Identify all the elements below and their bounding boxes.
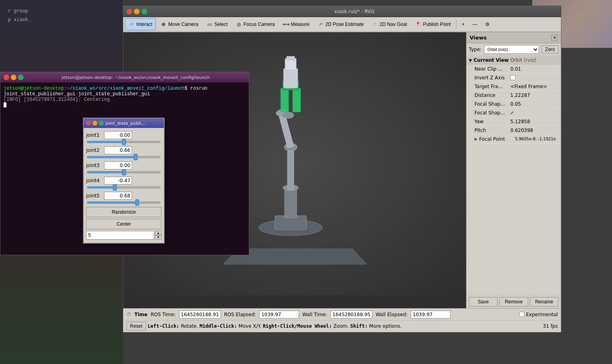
views-type-select[interactable]: Orbit (rviz) [484,45,539,54]
joint-dialog-maximize-button[interactable] [99,121,104,126]
joint-dialog-minimize-button[interactable] [92,121,97,126]
terminal-minimize-button[interactable] [11,75,16,80]
left-click-label: Left-Click: [148,323,179,329]
views-header: Views ✕ [466,32,561,43]
joint1-value[interactable]: 0.00 [104,131,132,139]
invert-z-checkbox[interactable] [510,75,516,80]
joint1-thumb[interactable] [122,139,126,145]
views-zero-button[interactable]: Zero [541,45,559,53]
joint4-slider[interactable] [87,186,161,189]
joint5-track [87,201,137,204]
wall-elapsed-label: Wall Elapsed: [376,312,407,317]
current-view-expand-icon: ▼ [469,58,472,63]
terminal-path: :~/xiaok_ws/src/xiaok_moveit_config/laun… [64,86,184,91]
nav-goal-icon: ↗ [372,21,378,28]
focus-camera-button[interactable]: ◎ Focus Camera [232,18,279,30]
ros-time-value: 1645280188.91 [179,311,221,319]
speed-spinbox[interactable] [86,231,154,240]
right-click-label: Right-Click/Mouse Wheel: [263,323,332,329]
joint3-thumb[interactable] [122,169,126,175]
joint3-label: joint3 [86,163,104,168]
terminal-prompt: jetson@jetson-desktop [4,86,64,91]
joint5-slider[interactable] [87,201,161,204]
pose-estimate-button[interactable]: ↗ 2D Pose Estimate [314,18,367,30]
terminal-maximize-button[interactable] [18,75,24,80]
plus-icon: + [462,22,464,27]
window-minimize-button[interactable] [134,9,140,14]
joint4-slider-wrap [86,186,161,189]
views-current-view-header[interactable]: ▼ Current View Orbit (rviz) [466,56,561,65]
focal-point-row: ▶ Focal Point 5.9605e-8; -1.1921e [466,135,561,144]
shift-label: Shift: [350,323,368,329]
joint-dialog-close-button[interactable] [86,121,91,126]
invert-z-label: Invert Z Axis [474,75,510,81]
interact-button[interactable]: ☞ Interact [125,18,156,30]
spinbox-down-button[interactable]: ▼ [155,235,161,240]
hint-text: Left-Click: Rotate. Middle-Click: Move X… [148,323,401,329]
toolbar-plus-button[interactable]: + [458,18,468,30]
svg-rect-9 [281,88,289,112]
joint5-label: joint5 [86,193,104,199]
experimental-checkbox[interactable] [519,312,524,317]
terminal-line-2: joint_state_publisher_gui joint_state_pu… [4,91,246,97]
views-save-button[interactable]: Save [469,297,498,307]
views-close-button[interactable]: ✕ [551,35,558,41]
reset-button[interactable]: Reset [126,322,146,331]
window-close-button[interactable] [126,9,132,14]
joint4-thumb[interactable] [113,184,117,191]
target-frame-value: <Fixed Frame> [510,84,547,89]
joint5-value[interactable]: 0.68 [104,192,132,200]
joint4-value[interactable]: -0.47 [104,177,132,185]
shift-action: More options. [369,323,402,329]
target-frame-label: Target Fra... [474,84,510,89]
joint3-value[interactable]: 0.00 [104,161,132,169]
window-maximize-button[interactable] [142,9,147,14]
joint2-thumb[interactable] [134,154,138,160]
joint-dialog-body: joint1 0.00 joint2 0.66 joint3 0.00 [84,128,164,243]
time-row: ⏱ Time ROS Time: 1645280188.91 ROS Elaps… [123,309,561,321]
publish-point-button[interactable]: 📍 Publish Point [411,18,455,30]
toolbar-settings-button[interactable]: ⚙ [482,18,493,30]
joint2-value[interactable]: 0.66 [104,146,132,154]
joint3-slider[interactable] [87,171,161,173]
experimental-toggle[interactable]: Experimental [519,312,558,317]
joint1-slider[interactable] [87,141,161,143]
svg-rect-14 [283,68,298,88]
spinbox-buttons: ▲ ▼ [155,231,161,240]
terminal-line-1: jetson@jetson-desktop:~/xiaok_ws/src/xia… [4,86,246,91]
nav-goal-button[interactable]: ↗ 2D Nav Goal [368,18,411,30]
current-view-label: Current View [474,57,509,63]
joint5-thumb[interactable] [135,199,139,206]
wall-time-value: 1645280188.95 [331,311,372,319]
move-camera-icon: ⊕ [160,21,167,28]
terminal-close-button[interactable] [4,75,9,80]
focal-shape-fixed-value: ✓ [510,110,514,116]
views-remove-button[interactable]: Remove [499,297,528,307]
joint2-slider-wrap [86,156,161,158]
distance-label: Distance [474,92,510,98]
terminal-titlebar: jetson@jetson-desktop: ~/xiaok_ws/src/xi… [0,72,249,83]
terminal-cmd-args: joint_state_publisher_gui joint_state_pu… [4,91,150,97]
toolbar-minus-button[interactable]: — [469,18,481,30]
rviz-statusbar: ⏱ Time ROS Time: 1645280188.91 ROS Elaps… [123,308,561,332]
measure-button[interactable]: ⟺ Measure [279,18,313,30]
spinbox-up-button[interactable]: ▲ [155,231,161,235]
randomize-button[interactable]: Randomize [86,207,161,217]
terminal-title: jetson@jetson-desktop: ~/xiaok_ws/src/xi… [26,75,246,80]
joint2-slider[interactable] [87,156,161,158]
views-type-row: Type: Orbit (rviz) Zero [466,43,561,55]
joint2-label: joint2 [86,148,104,153]
yaw-row: Yaw 5.12858 [466,117,561,126]
views-rename-button[interactable]: Rename [530,297,559,307]
joint4-label: joint4 [86,178,104,183]
ros-time-label: ROS Time: [151,312,176,317]
svg-rect-10 [293,88,301,112]
center-button[interactable]: Center [86,219,161,229]
move-camera-button[interactable]: ⊕ Move Camera [157,18,202,30]
window-controls [126,9,147,14]
distance-row: Distance 1.22287 [466,91,561,100]
joint5-row: joint5 0.68 [86,192,161,200]
near-clip-value: 0.01 [510,66,521,72]
yaw-label: Yaw [474,119,510,124]
select-button[interactable]: ▭ Select [203,18,231,30]
